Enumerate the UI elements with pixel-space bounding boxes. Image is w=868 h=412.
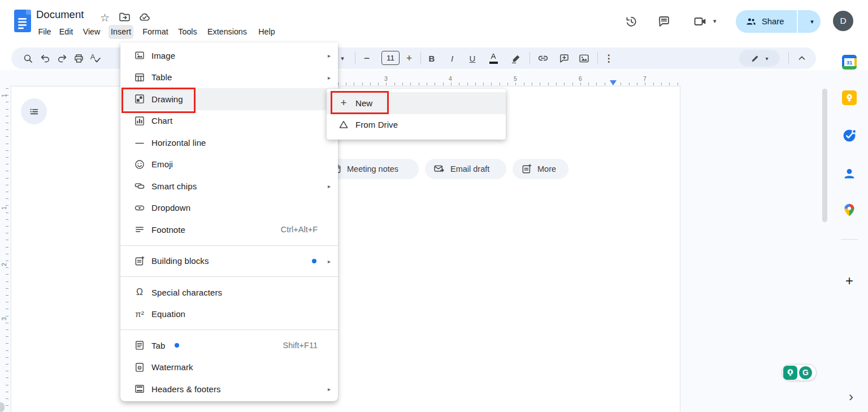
right-indent-marker[interactable]	[610, 80, 617, 85]
menu-item-smart-chips[interactable]: Smart chips ▸	[120, 175, 338, 197]
font-caret-icon[interactable]: ▾	[338, 51, 347, 66]
new-feature-dot	[312, 259, 316, 263]
email-draft-icon	[433, 163, 445, 175]
more-building-blocks-chip[interactable]: More	[513, 159, 568, 179]
share-button[interactable]: Share ▾	[736, 10, 821, 33]
grammarly-widget[interactable]: G	[782, 364, 817, 381]
menu-item-equation[interactable]: π² Equation	[120, 303, 338, 326]
table-icon	[134, 72, 145, 83]
footnote-icon	[134, 224, 145, 235]
text-color-bar	[489, 62, 498, 64]
hide-menus-chevron-icon[interactable]	[795, 51, 809, 66]
highlight-color-icon[interactable]	[509, 51, 523, 66]
menu-item-special-characters[interactable]: Ω Special characters	[120, 281, 338, 303]
menu-divider	[120, 245, 338, 246]
decrease-font-icon[interactable]: −	[359, 51, 374, 66]
menu-item-table[interactable]: Table ▸	[120, 67, 338, 89]
calendar-app-icon[interactable]: 31	[842, 55, 857, 70]
chip-label: Email draft	[450, 164, 489, 174]
search-menus-icon[interactable]	[20, 51, 35, 66]
toolbar-divider	[597, 52, 598, 64]
menu-item-watermark[interactable]: Watermark	[120, 357, 338, 379]
redo-icon[interactable]	[54, 51, 69, 66]
menu-item-emoji[interactable]: Emoji	[120, 154, 338, 176]
editing-mode-button[interactable]: ▾	[739, 50, 780, 67]
tasks-app-icon[interactable]	[842, 128, 857, 143]
insert-menu: Image ▸ Table ▸ Drawing ▸	[120, 42, 338, 401]
document-title[interactable]: Document	[36, 8, 84, 21]
vertical-ruler[interactable]	[6, 88, 8, 410]
collapse-panel-chevron-icon[interactable]: ›	[844, 389, 858, 405]
menu-item-horizontal-line[interactable]: — Horizontal line	[120, 132, 338, 154]
ruler-number: 6	[575, 75, 586, 82]
menu-help[interactable]: Help	[257, 25, 277, 39]
menu-item-drawing[interactable]: Drawing ▸	[120, 88, 338, 110]
share-divider	[797, 10, 798, 33]
insert-link-icon[interactable]	[536, 51, 550, 66]
outline-icon	[28, 105, 40, 118]
omega-icon: Ω	[134, 287, 145, 298]
ruler-number: 7	[639, 75, 650, 82]
submenu-arrow-icon: ▸	[328, 183, 331, 189]
more-toolbar-icon[interactable]: ⋮	[601, 51, 616, 66]
menu-edit[interactable]: Edit	[58, 25, 75, 39]
horizontal-line-icon: —	[134, 137, 145, 148]
move-folder-icon[interactable]	[118, 11, 131, 24]
docs-logo[interactable]	[14, 9, 32, 33]
add-comment-icon[interactable]	[557, 51, 571, 66]
print-icon[interactable]	[71, 51, 86, 66]
share-caret-icon[interactable]: ▾	[804, 10, 821, 33]
bold-button[interactable]: B	[424, 51, 439, 66]
undo-icon[interactable]	[38, 51, 53, 66]
spellcheck-icon[interactable]: A	[88, 51, 103, 66]
text-color-button[interactable]: A	[486, 51, 501, 66]
menu-item-footnote[interactable]: Footnote Ctrl+Alt+F	[120, 219, 338, 241]
account-avatar[interactable]: D	[833, 11, 853, 31]
menu-item-image[interactable]: Image ▸	[120, 45, 338, 67]
more-blocks-icon	[521, 163, 532, 175]
document-outline-button[interactable]	[21, 98, 47, 124]
contacts-app-icon[interactable]	[842, 166, 857, 181]
menu-item-headers-footers[interactable]: Headers & footers ▸	[120, 378, 338, 400]
toolbar-divider	[420, 52, 421, 64]
toolbar-divider	[788, 52, 789, 64]
menu-item-dropdown[interactable]: Dropdown	[120, 197, 338, 219]
submenu-arrow-icon: ▸	[328, 74, 331, 80]
email-draft-chip[interactable]: Email draft	[425, 159, 506, 179]
chip-label: More	[537, 164, 556, 174]
insert-image-icon[interactable]	[576, 51, 591, 66]
submenu-arrow-icon: ▸	[328, 53, 331, 59]
menu-insert[interactable]: Insert	[108, 25, 133, 39]
new-feature-dot	[175, 343, 179, 348]
ruler-number: 4	[445, 75, 456, 82]
menu-item-chart[interactable]: Chart ▸	[120, 110, 338, 132]
menu-item-tab[interactable]: Tab Shift+F11	[120, 335, 338, 357]
maps-app-icon[interactable]	[842, 203, 857, 218]
menu-item-building-blocks[interactable]: Building blocks ▸	[120, 250, 338, 272]
submenu-item-new[interactable]: + New	[327, 92, 506, 114]
comments-icon[interactable]	[657, 15, 671, 28]
menu-tools[interactable]: Tools	[176, 25, 199, 39]
menu-extensions[interactable]: Extensions	[205, 25, 250, 39]
star-icon[interactable]: ☆	[100, 11, 110, 24]
get-addons-icon[interactable]: +	[842, 274, 857, 288]
vertical-scrollbar[interactable]	[822, 89, 827, 222]
keep-app-icon[interactable]	[842, 90, 857, 105]
font-size-input[interactable]: 11	[381, 51, 400, 65]
menu-format[interactable]: Format	[141, 25, 170, 39]
version-history-icon[interactable]	[624, 15, 638, 28]
pencil-icon	[750, 53, 761, 63]
increase-font-icon[interactable]: +	[402, 51, 416, 66]
shortcut-label: Shift+F11	[283, 341, 332, 350]
meet-caret-icon[interactable]: ▾	[713, 18, 717, 25]
italic-button[interactable]: I	[445, 51, 459, 66]
headers-footers-icon	[134, 383, 145, 394]
building-blocks-icon	[134, 255, 145, 267]
cloud-saved-icon[interactable]	[138, 11, 151, 24]
menu-file[interactable]: File	[36, 25, 53, 39]
grammarly-g-icon: G	[798, 366, 813, 380]
submenu-item-from-drive[interactable]: From Drive	[327, 114, 506, 136]
underline-button[interactable]: U	[465, 51, 480, 66]
menu-view[interactable]: View	[81, 25, 102, 39]
meet-camera-icon[interactable]	[693, 15, 708, 28]
